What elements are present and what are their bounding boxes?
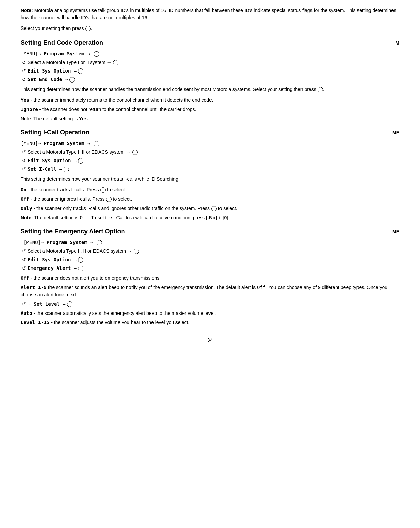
step-i-call-3-circle [64, 167, 69, 172]
note-block: Note: Motorola analog systems use talk g… [21, 7, 399, 21]
note-i-call-default: Note: The default setting is Off. To set… [21, 214, 399, 221]
refresh-icon-sl: ↺ [22, 300, 26, 308]
refresh-icon-i3: ↺ [22, 166, 26, 173]
desc-end-code-circle [318, 87, 323, 92]
step-i-call-2-text: Edit Sys Option → [27, 157, 77, 164]
refresh-icon-e1: ↺ [22, 248, 26, 255]
option-only: Only - the scanner only tracks I-calls a… [21, 205, 399, 212]
step-emerg-2-text: Edit Sys Option → [27, 256, 77, 263]
section-i-call-title: Setting I-Call Operation [21, 128, 89, 137]
option-auto-key: Auto [21, 310, 32, 316]
set-level-text: Set Level → [34, 300, 66, 308]
step-i-call-1-text: Select a Motorola Type I, II or EDACS sy… [27, 148, 131, 156]
section-i-call-tag: ME [392, 129, 399, 136]
refresh-icon-e2: ↺ [22, 256, 26, 263]
option-level-key: Level 1-15 [21, 320, 49, 325]
section-end-code: Setting End Code Operation M [21, 38, 399, 47]
note-i-call-text: Note: The default setting is Off. To set… [21, 215, 230, 220]
option-off-icall-text: - the scanner ignores I-calls. Press [29, 196, 106, 202]
step-end-code-1-circle [113, 60, 118, 65]
section-emergency-title: Setting the Emergency Alert Option [21, 227, 125, 236]
page-number-text: 34 [207, 337, 213, 343]
option-level: Level 1-15 - the scanner adjusts the vol… [21, 319, 399, 326]
option-yes-key: Yes [21, 97, 29, 103]
option-yes-text: - the scanner immediately returns to the… [29, 97, 213, 103]
step-emerg-3: ↺ Emergency Alert → [21, 265, 399, 272]
menu-line-emergency: [MENU]→ Program System → [21, 239, 399, 246]
option-auto: Auto - the scanner automatically sets th… [21, 310, 399, 317]
step-emerg-2-circle [78, 257, 83, 263]
step-emerg-1-text: Select a Motorola Type I , II or EDACS s… [27, 248, 132, 255]
option-alert-text: the scanner sounds an alert beep to noti… [21, 285, 387, 297]
option-only-text2: to select. [217, 206, 237, 211]
step-i-call-2: ↺ Edit Sys Option → [21, 157, 399, 164]
step-end-code-3-text: Set End Code → [27, 76, 68, 83]
section-end-code-tag: M [395, 40, 399, 47]
option-level-text: - the scanner adjusts the volume you hea… [49, 320, 189, 325]
step-end-code-1: ↺ Select a Motorola Type I or II system … [21, 59, 399, 66]
refresh-icon-1: ↺ [22, 59, 26, 66]
step-i-call-3-text: Set I-Call → [27, 166, 62, 173]
select-press-text: Select your setting then press [21, 25, 84, 31]
step-end-code-3-circle [69, 77, 75, 82]
option-only-circle [211, 206, 217, 211]
option-on-text: - the scanner tracks I-calls. Press [26, 187, 100, 192]
option-off-icall-key: Off [21, 196, 29, 202]
note-end-code-text: Note: The default setting is Yes. [21, 116, 89, 121]
refresh-icon-i1: ↺ [22, 148, 26, 156]
option-on-circle [100, 187, 106, 193]
section-emergency: Setting the Emergency Alert Option ME [21, 227, 399, 236]
set-level-line: ↺ → Set Level → [21, 300, 399, 308]
option-yes: Yes - the scanner immediately returns to… [21, 97, 399, 104]
step-i-call-3: ↺ Set I-Call → [21, 166, 399, 173]
menu-text-i-call: [MENU]→ Program System → [21, 141, 90, 146]
menu-circle-emergency [97, 240, 102, 245]
set-level-circle [67, 301, 72, 307]
step-emerg-2: ↺ Edit Sys Option → [21, 256, 399, 263]
option-auto-text: - the scanner automatically sets the eme… [32, 310, 216, 316]
desc-i-call: This setting determines how your scanner… [21, 176, 399, 183]
option-ignore-text: - the scanner does not return to the con… [38, 107, 196, 112]
desc-i-call-text: This setting determines how your scanner… [21, 176, 180, 182]
step-i-call-1: ↺ Select a Motorola Type I, II or EDACS … [21, 148, 399, 156]
option-ignore: Ignore - the scanner does not return to … [21, 106, 399, 113]
refresh-icon-i2: ↺ [22, 157, 26, 164]
option-only-text: - the scanner only tracks I-calls and ig… [32, 206, 211, 211]
desc-end-code: This setting determines how the scanner … [21, 86, 399, 93]
menu-line-i-call: [MENU]→ Program System → [21, 140, 399, 147]
step-emerg-3-circle [78, 266, 83, 271]
step-end-code-2-text: Edit Sys Option → [27, 67, 77, 75]
step-emerg-3-text: Emergency Alert → [27, 265, 77, 272]
step-end-code-1-text: Select a Motorola Type I or II system → [27, 59, 112, 66]
step-end-code-3: ↺ Set End Code → [21, 76, 399, 83]
section-i-call: Setting I-Call Operation ME [21, 128, 399, 137]
option-ignore-key: Ignore [21, 107, 38, 112]
refresh-icon-e3: ↺ [22, 265, 26, 272]
menu-circle-i-call [94, 141, 99, 146]
step-end-code-2-circle [78, 68, 83, 74]
step-end-code-2: ↺ Edit Sys Option → [21, 67, 399, 75]
step-i-call-1-circle [132, 150, 138, 155]
option-off-icall-circle [106, 197, 112, 202]
refresh-icon-3: ↺ [22, 76, 26, 83]
note-end-code-default: Note: The default setting is Yes. [21, 115, 399, 122]
option-on: On - the scanner tracks I-calls. Press t… [21, 186, 399, 194]
step-emerg-1: ↺ Select a Motorola Type I , II or EDACS… [21, 248, 399, 255]
menu-text-end-code: [MENU]→ Program System → [21, 51, 90, 56]
option-off-emerg-text: - the scanner does not alert you to emer… [29, 275, 161, 281]
option-off-icall-text2: to select. [112, 196, 132, 202]
set-level-arrow: → [27, 300, 32, 308]
option-off-icall: Off - the scanner ignores I-calls. Press… [21, 196, 399, 203]
desc-end-code-text: This setting determines how the scanner … [21, 87, 318, 92]
option-only-key: Only [21, 206, 32, 211]
option-off-emerg-key: Off [21, 275, 29, 281]
section-end-code-title: Setting End Code Operation [21, 38, 103, 47]
menu-line-end-code: [MENU]→ Program System → [21, 50, 399, 57]
option-on-key: On [21, 187, 26, 192]
select-press-line: Select your setting then press . [21, 25, 399, 32]
note-text: Note: Motorola analog systems use talk g… [21, 8, 396, 20]
option-on-text2: to select. [106, 187, 126, 192]
section-emergency-tag: ME [392, 228, 399, 235]
page-number: 34 [21, 337, 399, 344]
step-i-call-2-circle [78, 158, 83, 164]
